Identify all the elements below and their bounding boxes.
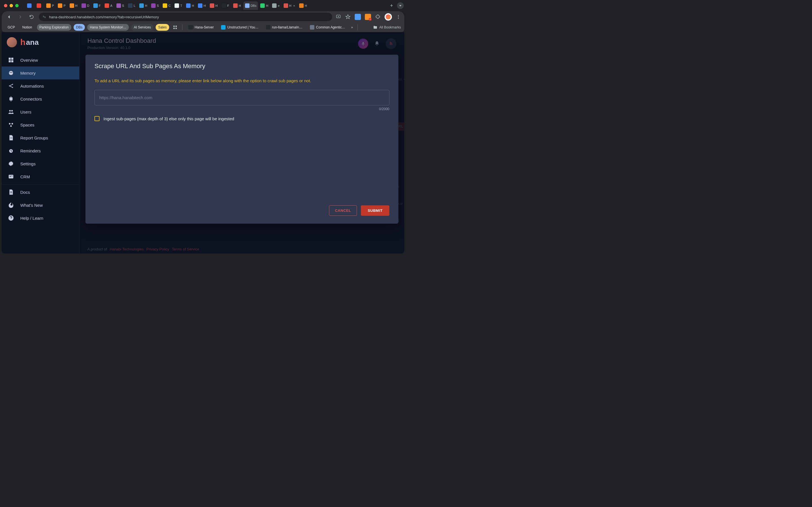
bookmark-pill[interactable]: DBs	[73, 24, 85, 31]
sidebar: hana OverviewMemoryAutomationsConnectors…	[2, 32, 80, 253]
svg-rect-2	[45, 17, 46, 18]
submit-button[interactable]: SUBMIT	[361, 205, 389, 216]
apps-grid-icon[interactable]	[172, 25, 177, 30]
close-window-icon[interactable]	[4, 4, 7, 7]
browser-tab[interactable]: DBs	[243, 1, 258, 10]
sidebar-item-reminders[interactable]: Reminders	[2, 144, 79, 157]
brand-row: hana	[2, 34, 79, 54]
browser-tab[interactable]: H	[138, 1, 149, 10]
browser-tab[interactable]: L	[126, 1, 137, 10]
alarm-icon	[8, 148, 14, 154]
tab-favicon-icon	[174, 3, 179, 8]
profile-avatar[interactable]	[385, 13, 392, 20]
url-input[interactable]	[94, 90, 389, 105]
toolbar-icons: 1	[336, 13, 401, 20]
bookmark-link[interactable]: run-llama/LlamaIn…	[263, 24, 305, 31]
browser-tab[interactable]: D	[80, 1, 91, 10]
bookmark-pill[interactable]: Sales	[156, 24, 169, 31]
modal-backdrop[interactable]: Scrape URL And Sub Pages As Memory To ad…	[80, 32, 404, 253]
maximize-window-icon[interactable]	[15, 4, 18, 7]
sidebar-item-memory[interactable]: Memory	[2, 66, 79, 79]
browser-tab[interactable]: C	[161, 1, 172, 10]
org-avatar[interactable]	[7, 37, 17, 47]
tab-favicon-icon	[93, 3, 98, 8]
tab-favicon-icon	[82, 3, 86, 8]
browser-tab[interactable]: P	[45, 1, 56, 10]
tab-overflow-button[interactable]	[397, 2, 404, 9]
svg-rect-7	[173, 25, 175, 27]
tab-close-icon[interactable]: ×	[293, 4, 295, 8]
browser-tab[interactable]	[35, 1, 44, 10]
reload-button[interactable]	[28, 13, 36, 21]
svg-rect-30	[9, 175, 13, 179]
browser-tab[interactable]: A	[103, 1, 114, 10]
bookmark-link[interactable]: Unstructured | You…	[218, 24, 261, 31]
browser-tab[interactable]: F	[220, 1, 231, 10]
sidebar-item-users[interactable]: Users	[2, 105, 79, 118]
menu-icon[interactable]	[396, 14, 401, 19]
sidebar-item-help-learn[interactable]: Help / Learn	[2, 212, 79, 224]
browser-tab[interactable]: H	[297, 1, 309, 10]
bookmark-link[interactable]: Common Agentic…	[307, 24, 348, 31]
svg-point-4	[398, 15, 399, 16]
bookmark-pill[interactable]: Hana System Monitori…	[87, 24, 129, 31]
browser-tab[interactable]: P	[56, 1, 67, 10]
svg-point-19	[12, 84, 13, 85]
plug-icon	[8, 96, 14, 102]
ingest-subpages-checkbox[interactable]	[94, 116, 100, 121]
browser-tab[interactable]: H	[232, 1, 243, 10]
svg-point-26	[10, 125, 12, 127]
browser-tab[interactable]: T	[173, 1, 184, 10]
browser-tab[interactable]	[26, 1, 35, 10]
sidebar-item-automations[interactable]: Automations	[2, 79, 79, 93]
svg-point-5	[398, 17, 399, 17]
browser-tab[interactable]: H	[208, 1, 219, 10]
tab-favicon-icon	[37, 3, 41, 8]
browser-tab[interactable]: H×	[282, 1, 297, 10]
bookmark-favicon-icon	[188, 25, 193, 30]
address-bar[interactable]: hana-dashboard.hanabitech.com/memory?tab…	[39, 13, 332, 21]
tab-favicon-icon	[151, 3, 156, 8]
browser-tabs: PPHDFASLHSCTHHHFHDBsHeH×H	[26, 1, 386, 10]
browser-tab[interactable]: H	[185, 1, 196, 10]
sidebar-item-connectors[interactable]: Connectors	[2, 93, 79, 105]
sidebar-item-what-s-new[interactable]: What's New	[2, 199, 79, 212]
bookmark-link[interactable]: Hana-Server	[186, 24, 216, 31]
bookmarks-overflow[interactable]: »	[350, 24, 354, 31]
sidebar-item-docs[interactable]: Docs	[2, 186, 79, 199]
forward-button[interactable]	[16, 13, 24, 21]
sidebar-item-spaces[interactable]: Spaces	[2, 118, 79, 131]
bookmark-pill[interactable]: GCP	[5, 24, 17, 31]
modal-actions: CANCEL SUBMIT	[94, 194, 389, 216]
bookmark-favicon-icon	[221, 25, 225, 30]
bookmark-star-icon[interactable]	[345, 14, 351, 20]
tab-favicon-icon	[299, 3, 304, 8]
extension-icon-2[interactable]: 1	[365, 14, 371, 20]
sidebar-item-crm[interactable]: CRM	[2, 170, 79, 183]
extension-icon-1[interactable]	[355, 14, 361, 20]
tab-favicon-icon	[163, 3, 167, 8]
bookmark-pill[interactable]: AI Services	[131, 24, 153, 31]
cancel-button[interactable]: CANCEL	[329, 205, 357, 216]
sidebar-item-overview[interactable]: Overview	[2, 54, 79, 66]
sidebar-item-settings[interactable]: Settings	[2, 157, 79, 170]
install-app-icon[interactable]	[336, 14, 341, 20]
new-tab-button[interactable]: +	[387, 3, 396, 9]
browser-tab[interactable]: e	[270, 1, 281, 10]
browser-tab[interactable]: S	[115, 1, 126, 10]
all-bookmarks-folder[interactable]: All Bookmarks	[373, 25, 401, 30]
bookmark-pill[interactable]: Notion	[20, 24, 35, 31]
browser-tab[interactable]: H	[68, 1, 79, 10]
browser-tab[interactable]: S	[149, 1, 160, 10]
browser-tab[interactable]: F	[92, 1, 103, 10]
minimize-window-icon[interactable]	[10, 4, 13, 7]
bookmark-pill[interactable]: Parking Exploration	[37, 24, 71, 31]
gear-icon	[8, 161, 14, 167]
browser-tab[interactable]: H	[259, 1, 270, 10]
back-button[interactable]	[5, 13, 13, 21]
sidebar-item-report-groups[interactable]: Report Groups	[2, 131, 79, 144]
svg-rect-8	[175, 25, 177, 27]
browser-tab[interactable]: H	[196, 1, 207, 10]
site-settings-icon	[42, 15, 46, 19]
extensions-icon[interactable]	[375, 14, 380, 20]
